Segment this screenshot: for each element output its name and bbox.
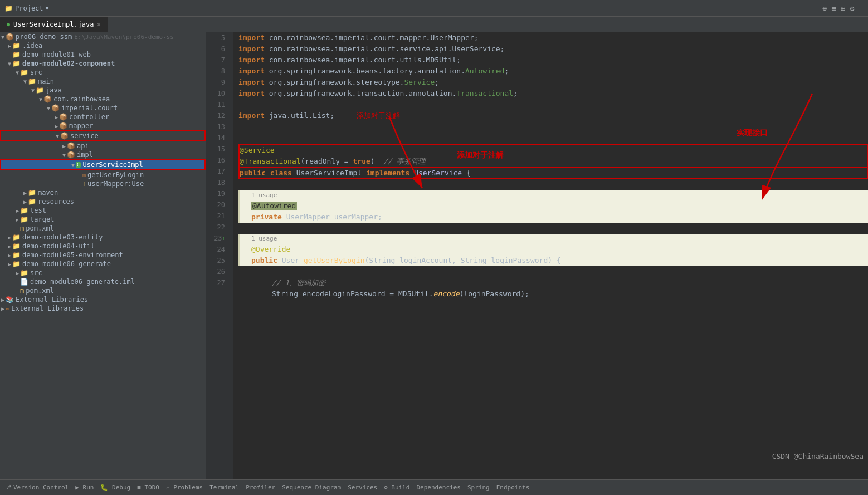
bottom-profiler[interactable]: Profiler: [246, 484, 275, 491]
tree-item-scratches[interactable]: ▶ ✏ External Libraries: [0, 304, 206, 313]
code-line-17-wrapper: public class UserServiceImpl implements …: [238, 168, 868, 179]
folder-icon-main: 📁: [28, 77, 36, 85]
tree-item-test[interactable]: ▶ 📁 test: [0, 206, 206, 215]
tree-item-maven[interactable]: ▶ 📁 maven: [0, 188, 206, 197]
tree-item-java[interactable]: ▼ 📁 java: [0, 86, 206, 95]
tree-item-pro06[interactable]: ▼ 📦 pro06-demo-ssm E:\Java\Maven\pro06-d…: [0, 32, 206, 41]
tree-label-module04: demo-module04-util: [22, 242, 95, 250]
top-bar: 📁 Project ▼ ⊕ ≡ ⊞ ⚙ —: [0, 0, 868, 17]
iml-icon: 📄: [20, 278, 28, 286]
folder-icon-resources: 📁: [28, 198, 36, 205]
bottom-dependencies[interactable]: Dependencies: [416, 484, 460, 491]
code-line-6: import com.rainbowsea.imperial.court.ser…: [238, 43, 868, 55]
tree-label-java: java: [46, 86, 62, 94]
tree-item-imperial[interactable]: ▼ 📦 imperial.court: [0, 104, 206, 112]
tree-item-module01[interactable]: ▶ 📁 demo-module01-web: [0, 50, 206, 59]
bottom-bar: ⎇ Version Control ▶ Run 🐛 Debug ≡ TODO ⚠…: [0, 479, 868, 495]
folder-icon-test: 📁: [20, 207, 28, 214]
tree-item-module03[interactable]: ▶ 📁 demo-module03-entity: [0, 233, 206, 242]
tree-item-pomxml[interactable]: ▶ m pom.xml: [0, 224, 206, 233]
bottom-services[interactable]: Services: [348, 484, 377, 491]
tree-item-module06[interactable]: ▶ 📁 demo-module06-generate: [0, 259, 206, 268]
code-line-7: import com.rainbowsea.imperial.court.uti…: [238, 55, 868, 66]
bottom-todo[interactable]: ≡ TODO: [137, 484, 159, 491]
bottom-build[interactable]: ⚙ Build: [384, 484, 409, 491]
package-icon-imperial: 📦: [51, 104, 60, 112]
bottom-version-control[interactable]: ⎇ Version Control: [4, 484, 69, 491]
method-icon-getuserbylogin: m: [82, 172, 86, 178]
tree-item-iml[interactable]: ▶ 📄 demo-module06-generate.iml: [0, 277, 206, 286]
tree-item-resources[interactable]: ▶ 📁 resources: [0, 197, 206, 206]
tab-userserviceimpl[interactable]: ● UserServiceImpl.java ✕: [0, 17, 108, 32]
tree-label-pom: pom.xml: [26, 224, 54, 232]
bottom-spring[interactable]: Spring: [467, 484, 490, 491]
tree-item-controller[interactable]: ▶ 📦 controller: [0, 112, 206, 121]
tree-label-com: com.rainbowsea: [53, 95, 110, 103]
usage-block-1: 1 usage @Autowired private UserMapper us…: [238, 190, 868, 223]
tree-item-module02[interactable]: ▼ 📁 demo-module02-component: [0, 59, 206, 68]
tree-label-module03: demo-module03-entity: [22, 233, 103, 241]
dropdown-chevron[interactable]: ▼: [46, 5, 49, 11]
tree-item-impl[interactable]: ▼ 📦 impl: [0, 150, 206, 159]
icon-1[interactable]: ⊕: [822, 4, 827, 13]
tree-label-extlibs: External Libraries: [16, 296, 88, 303]
tree-label-controller: controller: [69, 113, 109, 121]
package-icon-mapper: 📦: [59, 122, 67, 130]
bottom-sequence[interactable]: Sequence Diagram: [282, 484, 341, 491]
tree-label-module02: demo-module02-component: [22, 60, 115, 67]
tree-item-target[interactable]: ▶ 📁 target: [0, 215, 206, 224]
line-numbers: 5 6 7 8 9 10 11 12 13 14 15 16 17 18 19 …: [206, 32, 233, 479]
tree-item-main[interactable]: ▼ 📁 main: [0, 77, 206, 86]
code-area[interactable]: 5 6 7 8 9 10 11 12 13 14 15 16 17 18 19 …: [206, 32, 868, 479]
tree-item-com[interactable]: ▼ 📦 com.rainbowsea: [0, 95, 206, 104]
bottom-debug[interactable]: 🐛 Debug: [100, 484, 130, 491]
class-icon-userserviceimpl: C: [76, 162, 81, 168]
tree-item-mapper[interactable]: ▶ 📦 mapper: [0, 121, 206, 130]
icon-5[interactable]: —: [859, 4, 864, 13]
code-line-14: [238, 133, 868, 144]
bottom-problems[interactable]: ⚠ Problems: [166, 484, 203, 491]
tree-label-imperial: imperial.court: [61, 104, 118, 112]
tree-item-api[interactable]: ▶ 📦 api: [0, 141, 206, 150]
bottom-endpoints[interactable]: Endpoints: [496, 484, 530, 491]
tree-item-src2[interactable]: ▶ 📁 src: [0, 268, 206, 277]
tree-item-service[interactable]: ▼ 📦 service: [0, 130, 206, 141]
tree-item-module05[interactable]: ▶ 📁 demo-module05-environment: [0, 251, 206, 259]
tab-label: UserServiceImpl.java: [13, 21, 94, 28]
code-lines-annotated: @Service @Transactional(readOnly = true)…: [238, 144, 868, 168]
package-icon-com: 📦: [43, 95, 52, 103]
tree-item-module04[interactable]: ▶ 📁 demo-module04-util: [0, 242, 206, 251]
tree-item-extlibs[interactable]: ▶ 📚 External Libraries: [0, 295, 206, 304]
bottom-terminal[interactable]: Terminal: [209, 484, 239, 491]
icon-2[interactable]: ≡: [831, 4, 836, 13]
tree-label-impl: impl: [77, 151, 93, 159]
project-label: 📁 Project ▼: [4, 4, 49, 12]
folder-icon-target: 📁: [20, 215, 28, 223]
tree-item-usermapper[interactable]: ▶ f userMapper:Use: [0, 179, 206, 188]
tree-item-getuserbylogin[interactable]: ▶ m getUserByLogin: [0, 170, 206, 179]
tree-label-resources: resources: [38, 198, 74, 205]
module-icon-05: 📁: [12, 251, 21, 259]
bottom-run[interactable]: ▶ Run: [75, 484, 94, 491]
top-bar-icons: ⊕ ≡ ⊞ ⚙ —: [822, 4, 864, 13]
tree-label-api: api: [77, 142, 89, 150]
tree-item-userserviceimpl[interactable]: ▼ C UserServiceImpl: [0, 159, 206, 170]
package-icon-api: 📦: [67, 142, 75, 150]
tree-item-pom2[interactable]: ▶ m pom.xml: [0, 286, 206, 295]
tree-label-module06: demo-module06-generate: [22, 260, 111, 268]
icon-3[interactable]: ⊞: [841, 4, 845, 13]
tree-item-src[interactable]: ▼ 📁 src: [0, 68, 206, 77]
tree-label-maven: maven: [38, 189, 58, 197]
code-line-25: // 1、密码加密: [238, 277, 868, 288]
module-icon-01: 📁: [12, 51, 21, 58]
xml-icon-pom2: m: [20, 287, 24, 295]
code-line-13: [238, 121, 868, 133]
tab-icon: ●: [7, 21, 10, 27]
tab-close-icon[interactable]: ✕: [97, 21, 101, 27]
tree-label-main: main: [38, 77, 54, 85]
tree-item-idea[interactable]: ▶ 📁 .idea: [0, 41, 206, 50]
tree-label-userserviceimpl: UserServiceImpl: [82, 161, 143, 169]
editor: 5 6 7 8 9 10 11 12 13 14 15 16 17 18 19 …: [206, 32, 868, 479]
module-icon-pro06: 📦: [6, 33, 14, 41]
icon-4[interactable]: ⚙: [850, 4, 854, 13]
